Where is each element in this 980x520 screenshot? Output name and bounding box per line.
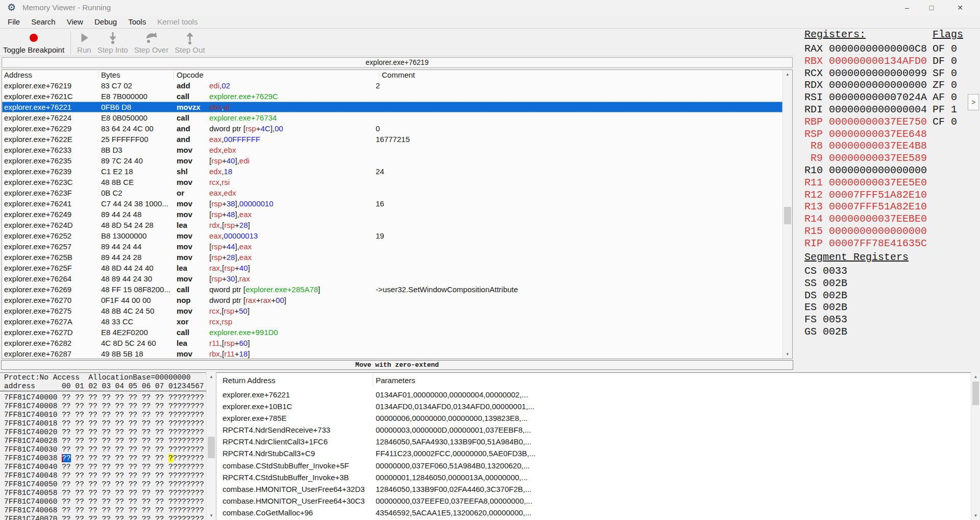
hex-row[interactable]: 7FF81C740030 ?? ?? ?? ?? ?? ?? ?? ?? ???…	[4, 445, 206, 454]
hex-byte[interactable]: ??	[142, 393, 151, 401]
hex-byte[interactable]: ??	[62, 393, 70, 401]
hex-byte[interactable]: ??	[88, 454, 97, 462]
hex-byte[interactable]: ??	[129, 498, 137, 506]
minimize-button[interactable]: –	[895, 0, 919, 15]
hex-byte[interactable]: ??	[155, 419, 164, 428]
hex-byte[interactable]: ??	[75, 463, 84, 471]
hex-byte[interactable]: ??	[102, 489, 110, 497]
hex-byte[interactable]: ??	[62, 489, 70, 497]
hex-byte[interactable]: ??	[142, 498, 151, 506]
hex-byte[interactable]: ??	[62, 411, 70, 419]
disasm-row[interactable]: explorer.exe+76241C7 44 24 38 1000...mov…	[2, 198, 782, 209]
hex-byte[interactable]: ??	[62, 419, 70, 428]
maximize-button[interactable]: □	[920, 0, 943, 15]
register-row[interactable]: R800000000037EE4B8	[804, 140, 927, 152]
stack-row[interactable]: RPCRT4.CStdStubBuffer_Invoke+3B00000001,…	[216, 471, 971, 483]
scrollbar-thumb[interactable]	[784, 207, 791, 224]
hex-byte[interactable]: ??	[155, 402, 164, 410]
register-row[interactable]: R900000000037EE589	[804, 152, 927, 164]
hex-byte[interactable]: ??	[129, 480, 137, 488]
hex-byte[interactable]: ??	[62, 463, 70, 471]
hex-byte[interactable]: ??	[62, 480, 70, 488]
hex-byte[interactable]: ??	[142, 411, 151, 419]
hex-byte[interactable]: ??	[115, 515, 124, 520]
hex-byte[interactable]: ??	[102, 428, 110, 436]
hex-byte[interactable]: ??	[115, 402, 124, 410]
disasm-row[interactable]: explorer.exe+7628749 8B 5B 18movrbx,[r11…	[2, 348, 782, 359]
hex-byte[interactable]: ??	[115, 454, 124, 462]
hex-byte[interactable]: ??	[142, 454, 151, 462]
stack-row[interactable]: RPCRT4.NdrSendReceive+73300000003,000000…	[216, 424, 971, 436]
disasm-row[interactable]: explorer.exe+76224E8 0B050000callexplore…	[2, 112, 782, 123]
disasm-row[interactable]: explorer.exe+7624989 44 24 48mov[rsp+48]…	[2, 209, 782, 220]
register-row[interactable]: RAX00000000000000C8	[804, 43, 927, 55]
disasm-row[interactable]: explorer.exe+7621CE8 7B000000callexplore…	[2, 91, 782, 102]
disasm-row[interactable]: explorer.exe+7623589 7C 24 40mov[rsp+40]…	[2, 155, 782, 166]
hex-byte[interactable]: ??	[155, 445, 164, 454]
menu-item-view[interactable]: View	[61, 15, 89, 29]
hex-row[interactable]: 7FF81C740008 ?? ?? ?? ?? ?? ?? ?? ?? ???…	[4, 402, 206, 411]
disasm-scrollbar[interactable]: ▲ ▼	[782, 70, 792, 359]
hex-byte[interactable]: ??	[102, 411, 110, 419]
hex-byte[interactable]: ??	[62, 402, 70, 410]
hex-byte[interactable]: ??	[155, 506, 164, 514]
hex-byte[interactable]: ??	[102, 419, 110, 428]
stack-row[interactable]: combase.HMONITOR_UserFree64+32D312846050…	[216, 483, 971, 495]
hex-byte[interactable]: ??	[142, 489, 151, 497]
hex-byte[interactable]: ??	[75, 489, 84, 497]
stack-row[interactable]: RPCRT4.NdrClientCall3+1FC612846050,5AFA4…	[216, 436, 971, 447]
hex-byte[interactable]: ??	[115, 471, 124, 480]
hex-row[interactable]: 7FF81C740068 ?? ?? ?? ?? ?? ?? ?? ?? ???…	[4, 506, 206, 515]
disasm-row[interactable]: explorer.exe+7625B89 44 24 28mov[rsp+28]…	[2, 252, 782, 263]
hex-byte[interactable]: ??	[115, 480, 124, 488]
hex-byte[interactable]: ??	[142, 471, 151, 480]
hex-byte[interactable]: ??	[102, 480, 110, 488]
scroll-down-icon[interactable]: ▼	[783, 350, 792, 359]
hex-row[interactable]: 7FF81C740060 ?? ?? ?? ?? ?? ?? ?? ?? ???…	[4, 498, 206, 506]
hex-byte[interactable]: ??	[115, 411, 124, 419]
scroll-up-icon[interactable]: ▲	[783, 70, 792, 79]
disasm-row[interactable]: explorer.exe+762700F1F 44 00 00nopdword …	[2, 295, 782, 305]
menu-item-search[interactable]: Search	[26, 15, 61, 29]
hex-byte[interactable]: ??	[62, 471, 70, 480]
hex-byte[interactable]: ??	[88, 411, 97, 419]
hex-byte[interactable]: ??	[88, 428, 97, 436]
hex-byte[interactable]: ??	[62, 515, 70, 520]
hex-byte[interactable]: ??	[88, 445, 97, 454]
hex-byte[interactable]: ??	[88, 506, 97, 514]
hex-byte[interactable]: ??	[129, 463, 137, 471]
hex-byte[interactable]: ??	[88, 498, 97, 506]
register-row[interactable]: RBP00000000037EE750	[804, 116, 927, 128]
scroll-down-icon[interactable]: ▼	[207, 511, 216, 520]
hex-byte[interactable]: ??	[102, 454, 110, 462]
disasm-row[interactable]: explorer.exe+7626948 FF 15 08F8200...cal…	[2, 284, 782, 295]
step-out-button[interactable]: Step Out	[172, 29, 208, 56]
hex-byte[interactable]: ??	[88, 419, 97, 428]
hex-byte[interactable]: ??	[102, 437, 110, 445]
hex-byte[interactable]: ??	[75, 498, 84, 506]
hex-row[interactable]: 7FF81C740048 ?? ?? ?? ?? ?? ?? ?? ?? ???…	[4, 471, 206, 480]
hex-byte[interactable]: ??	[75, 515, 84, 520]
register-row[interactable]: R1100000000037EE5E0	[804, 177, 927, 189]
hex-byte[interactable]: ??	[155, 498, 164, 506]
hex-byte[interactable]: ??	[142, 437, 151, 445]
hex-byte[interactable]: ??	[142, 463, 151, 471]
register-row[interactable]: R1400000000037EEBE0	[804, 213, 927, 225]
hex-byte[interactable]: ??	[142, 515, 151, 520]
hex-byte[interactable]: ??	[102, 498, 110, 506]
register-row[interactable]: RSI000000000007024A	[804, 91, 927, 104]
hex-byte[interactable]: ??	[75, 428, 84, 436]
stack-row[interactable]: explorer.exe+785E00000006,00000000,00000…	[216, 412, 971, 424]
hex-byte[interactable]: ??	[129, 428, 137, 436]
register-row[interactable]: R100000000000000000	[804, 164, 927, 177]
disasm-row[interactable]: explorer.exe+7627DE8 4E2F0200callexplore…	[2, 327, 782, 338]
hex-byte[interactable]: ??	[129, 454, 137, 462]
disasm-row[interactable]: explorer.exe+7623C48 8B CEmovrcx,rsi	[2, 177, 782, 187]
hex-byte[interactable]: ??	[88, 437, 97, 445]
hex-row[interactable]: 7FF81C740010 ?? ?? ?? ?? ?? ?? ?? ?? ???…	[4, 411, 206, 419]
hex-byte[interactable]: ??	[62, 506, 70, 514]
hex-byte[interactable]: ??	[129, 471, 137, 480]
hex-byte[interactable]: ??	[75, 393, 84, 401]
hex-byte[interactable]: ??	[129, 506, 137, 514]
hex-byte[interactable]: ??	[88, 471, 97, 480]
